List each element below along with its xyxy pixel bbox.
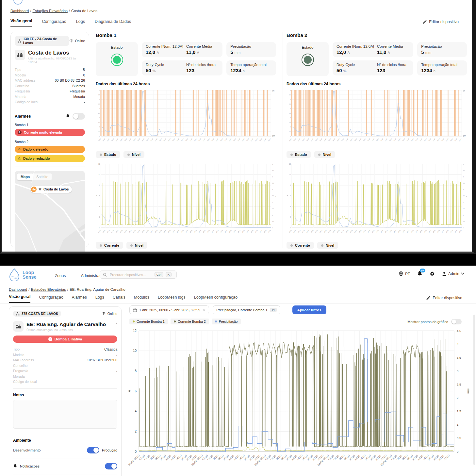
svg-text:A: A: [96, 195, 98, 196]
svg-text:m: m: [275, 196, 276, 197]
show-points-toggle[interactable]: [451, 319, 462, 324]
user-menu[interactable]: Admin: [442, 271, 464, 276]
corrente-nivel-chart[interactable]: 02468101200:0000:3601:1201:4802:2403:000…: [96, 162, 276, 241]
tab-loopmesh-logs[interactable]: LoopMesh logs: [158, 295, 186, 303]
resize-handle-icon[interactable]: [114, 425, 116, 428]
legend-corrente-bomba1[interactable]: Corrente Bomba 1: [129, 319, 168, 324]
corrente-nivel-chart[interactable]: 02468101200:0000:3601:1201:4802:2403:000…: [287, 162, 467, 241]
tab-logs[interactable]: Logs: [76, 19, 85, 27]
alarms-toggle[interactable]: [73, 113, 85, 120]
device-menu[interactable]: -: [116, 321, 117, 325]
svg-text:4,5: 4,5: [463, 170, 465, 171]
estado-nivel-chart[interactable]: 00,511,522,533,544,5500:0000:3601:1201:4…: [96, 89, 276, 150]
legend-corrente[interactable]: Corrente: [287, 242, 314, 249]
svg-text:01:12: 01:12: [297, 138, 301, 141]
date-range-picker[interactable]: 1 abr. 2025, 00:00 - 5 abr. 2025, 23:59: [129, 305, 209, 314]
svg-text:1: 1: [463, 214, 464, 216]
svg-text:10:48: 10:48: [367, 229, 370, 233]
alarm-dado-x[interactable]: ⚠Dado x elevado: [15, 146, 85, 153]
svg-text:ON: ON: [463, 90, 465, 92]
device-search[interactable]: Ctrl K: [100, 271, 177, 279]
tab-alarmes[interactable]: Alarmes: [72, 295, 87, 303]
map-tab-satelite[interactable]: Satélite: [33, 173, 52, 180]
svg-text:2,5: 2,5: [463, 195, 465, 197]
map-marker-costa-de-lavos[interactable]: Costa de Lavos: [30, 186, 72, 193]
legend-precipitacao[interactable]: Precipitação: [212, 319, 241, 324]
estado-nivel-chart[interactable]: 00,511,522,533,544,5500:0000:3601:1201:4…: [287, 89, 467, 150]
svg-text:09:36: 09:36: [168, 229, 171, 233]
channels-filter[interactable]: Precipitação, Corrente Bomba 1 +1: [213, 305, 280, 314]
svg-text:05:24: 05:24: [137, 229, 140, 233]
svg-text:17:24: 17:24: [224, 229, 228, 233]
edit-device-button[interactable]: Editar dispositivo: [422, 20, 459, 24]
tab-loopmesh-config[interactable]: LoopMesh configuração: [194, 295, 238, 303]
tab-canais[interactable]: Canais: [113, 295, 125, 303]
svg-text:0.5: 0.5: [457, 436, 461, 440]
svg-text:19:12: 19:12: [428, 138, 432, 141]
breadcrumb-estacoes[interactable]: Estações Elevatórias: [31, 287, 66, 291]
alarm-corrente-elevada[interactable]: !Corrente muito elevada: [15, 129, 85, 136]
legend-estado[interactable]: Estado: [287, 151, 311, 158]
environment-toggle[interactable]: [87, 447, 99, 453]
svg-text:01:48: 01:48: [302, 229, 305, 233]
svg-text:04:12: 04:12: [128, 229, 132, 233]
svg-text:18:00: 18:00: [228, 138, 232, 141]
breadcrumb-dashboard[interactable]: Dashboard: [9, 287, 27, 291]
svg-text:06:00: 06:00: [332, 229, 336, 233]
notifications-toggle[interactable]: [105, 463, 117, 469]
breadcrumb-estacoes[interactable]: Estações Elevatórias: [32, 9, 67, 13]
apply-filters-button[interactable]: Aplicar filtros: [292, 305, 326, 314]
show-points-control: Mostrar pontos do gráfico: [407, 319, 462, 324]
svg-text:2,5: 2,5: [98, 112, 100, 114]
tab-visao-geral[interactable]: Visão geral: [9, 294, 30, 303]
exclamation-icon: !: [18, 130, 22, 134]
legend-corrente-bomba2[interactable]: Corrente Bomba 2: [171, 319, 209, 324]
settings-button[interactable]: [430, 271, 435, 276]
svg-text:13:12: 13:12: [194, 138, 197, 141]
legend-nivel[interactable]: Nível: [314, 151, 335, 158]
legend-corrente[interactable]: Corrente: [96, 242, 123, 249]
svg-text:00:36: 00:36: [102, 229, 106, 233]
online-status: Online: [102, 312, 117, 316]
svg-text:15:00: 15:00: [207, 138, 210, 141]
loopsense-logo[interactable]: LoopSense: [9, 268, 37, 281]
legend-nivel[interactable]: Nível: [317, 242, 338, 249]
svg-text:3,5: 3,5: [272, 182, 274, 184]
svg-text:23:24: 23:24: [268, 138, 271, 141]
svg-text:11:24: 11:24: [371, 229, 375, 233]
stat-card-tempo-total: Tempo operação total1234 h: [226, 60, 276, 75]
svg-text:03:36: 03:36: [315, 138, 318, 141]
tab-modulos[interactable]: Módulos: [134, 295, 149, 303]
svg-text:15:00: 15:00: [398, 229, 401, 233]
legend-estado[interactable]: Estado: [96, 151, 120, 158]
device-badge[interactable]: 375 COSTA DE LAVOS: [13, 311, 61, 317]
map[interactable]: Mapa Satélite Costa de Lavos: [15, 171, 85, 254]
legend-nivel[interactable]: Nível: [126, 242, 147, 249]
nav-zonas[interactable]: Zonas: [55, 273, 66, 278]
tab-diagrama-de-dados[interactable]: Diagrama de Dados: [95, 19, 131, 27]
main-chart[interactable]: 02468101200.511.522.533.544.5Amm01/04 00…: [127, 328, 474, 476]
svg-text:01:12: 01:12: [107, 138, 110, 141]
tab-configuracao[interactable]: Configuração: [39, 295, 63, 303]
notes-textarea[interactable]: [13, 400, 117, 429]
language-switcher[interactable]: PT: [399, 271, 410, 276]
edit-device-button[interactable]: Editar dispositivo: [426, 296, 462, 300]
network-icon: [16, 312, 20, 316]
alarm-dado-y[interactable]: ⚠Dado y reduzido: [15, 155, 85, 162]
tab-visao-geral[interactable]: Visão geral: [10, 19, 32, 27]
svg-text:8: 8: [99, 185, 100, 186]
notifications-button[interactable]: 9+: [417, 271, 422, 276]
vertical-scrollbar[interactable]: [473, 315, 475, 465]
chevron-down-icon: [203, 309, 205, 311]
device-badge[interactable]: 130 FF - ZA Costa de Lavos: [15, 36, 69, 46]
tab-logs[interactable]: Logs: [95, 295, 104, 303]
tab-configuracao[interactable]: Configuração: [42, 19, 66, 27]
estado-card: Estado: [96, 42, 138, 76]
breadcrumb-dashboard[interactable]: Dashboard: [10, 9, 29, 13]
search-input[interactable]: [109, 272, 152, 277]
svg-text:14:24: 14:24: [202, 138, 206, 141]
map-tab-mapa[interactable]: Mapa: [17, 173, 33, 180]
info-row-modelo: ModeloX: [15, 73, 85, 78]
legend-nivel[interactable]: Nível: [123, 151, 144, 158]
svg-text:15:00: 15:00: [207, 229, 210, 233]
